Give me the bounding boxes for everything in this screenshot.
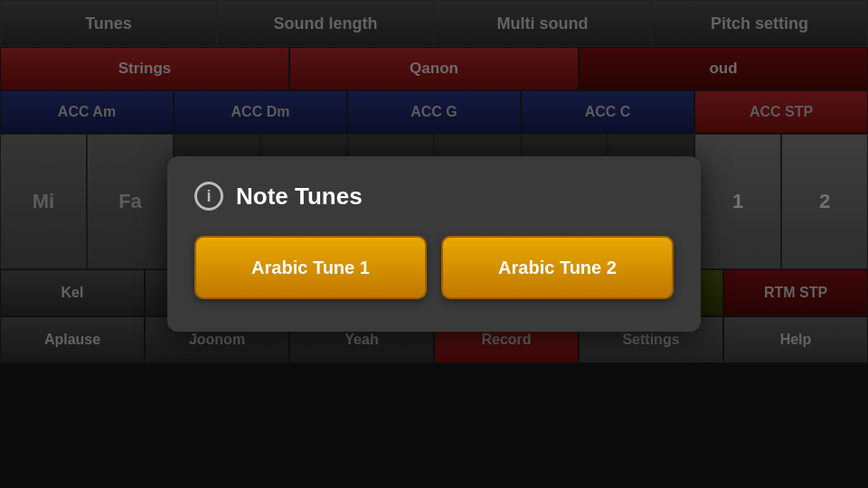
modal-title-text: Note Tunes bbox=[236, 183, 363, 211]
note-tunes-modal: i Note Tunes Arabic Tune 1 Arabic Tune 2 bbox=[167, 156, 701, 332]
arabic-tune-2-button[interactable]: Arabic Tune 2 bbox=[441, 236, 674, 299]
modal-title-row: i Note Tunes bbox=[194, 182, 674, 211]
arabic-tune-1-button[interactable]: Arabic Tune 1 bbox=[194, 236, 427, 299]
modal-buttons: Arabic Tune 1 Arabic Tune 2 bbox=[194, 236, 674, 299]
modal-overlay: i Note Tunes Arabic Tune 1 Arabic Tune 2 bbox=[0, 0, 868, 488]
info-icon: i bbox=[194, 182, 223, 211]
